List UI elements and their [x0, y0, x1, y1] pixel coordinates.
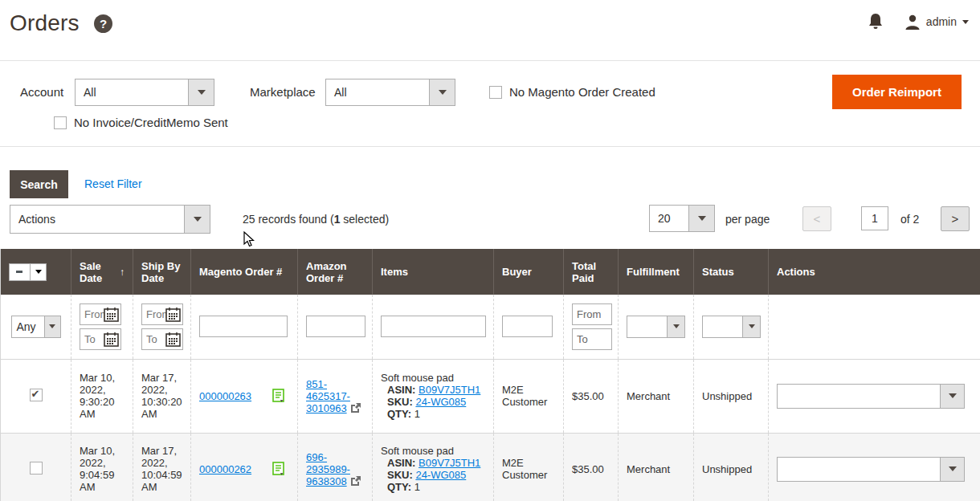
ship-by-from-input[interactable]: [142, 308, 166, 320]
no-magento-order-checkbox[interactable]: [489, 86, 502, 99]
magento-order-filter-input[interactable]: [199, 316, 288, 337]
row-actions-select[interactable]: [777, 457, 965, 482]
fulfillment-cell: Merchant: [619, 359, 694, 433]
items-cell: Soft mouse pad ASIN: B09V7J5TH1 SKU: 24-…: [373, 433, 494, 501]
per-page-label: per page: [725, 213, 770, 226]
no-invoice-label: No Invoice/CreditMemo Sent: [74, 116, 228, 129]
items-filter-input[interactable]: [381, 316, 486, 337]
chevron-down-icon: [940, 458, 964, 481]
grid-filter-row: Any: [1, 295, 980, 359]
help-icon[interactable]: ?: [94, 14, 112, 33]
status-cell: Unshipped: [694, 433, 769, 501]
calendar-icon[interactable]: [104, 307, 119, 322]
fulfillment-filter-select[interactable]: [627, 316, 685, 338]
no-invoice-filter: No Invoice/CreditMemo Sent: [54, 116, 228, 129]
any-filter-value: Any: [12, 316, 44, 337]
massaction-header-cell: [1, 249, 71, 295]
select-all-checkbox[interactable]: [10, 264, 30, 280]
total-paid-to-input[interactable]: [572, 328, 612, 350]
admin-user-menu[interactable]: admin: [904, 14, 969, 30]
buyer-filter-input[interactable]: [502, 316, 553, 337]
massaction-control[interactable]: [9, 263, 47, 281]
col-header-actions: Actions: [769, 249, 980, 295]
no-invoice-checkbox[interactable]: [54, 116, 67, 129]
massaction-dropdown-icon[interactable]: [30, 264, 46, 280]
row-checkbox[interactable]: [30, 462, 43, 475]
order-reimport-button[interactable]: Order Reimport: [832, 75, 962, 109]
status-cell: Unshipped: [694, 359, 769, 433]
mass-actions-value: Actions: [10, 206, 184, 233]
col-header-ship-by-date[interactable]: Ship By Date: [133, 249, 191, 295]
marketplace-select[interactable]: All: [325, 79, 455, 106]
asin-link[interactable]: B09V7J5TH1: [419, 384, 480, 396]
asin-link[interactable]: B09V7J5TH1: [419, 457, 480, 469]
chevron-down-icon: [184, 206, 210, 233]
magento-order-link[interactable]: 000000262: [199, 463, 251, 475]
current-page-input[interactable]: [861, 206, 888, 230]
calendar-icon[interactable]: [165, 332, 181, 347]
sku-link[interactable]: 24-WG085: [415, 469, 466, 481]
item-qty: 1: [414, 408, 420, 420]
col-header-status[interactable]: Status: [694, 249, 769, 295]
total-pages-label: of 2: [900, 213, 919, 226]
total-paid-from-input[interactable]: [572, 303, 612, 325]
col-header-sale-date[interactable]: Sale Date↑: [71, 249, 133, 295]
sale-date-from-input[interactable]: [80, 308, 104, 320]
order-row: Mar 10, 2022, 9:30:20 AM Mar 17, 2022, 1…: [1, 359, 980, 433]
notifications-bell-icon[interactable]: [868, 13, 884, 31]
next-page-button[interactable]: >: [941, 206, 970, 231]
buyer-cell: M2E Customer: [494, 433, 564, 501]
reset-filter-link[interactable]: Reset Filter: [84, 177, 142, 190]
item-qty: 1: [414, 481, 420, 493]
header-actions: admin: [868, 13, 969, 31]
order-filter-panel: Account All Marketplace All No Magento O…: [0, 60, 980, 147]
ship-by-date-cell: Mar 17, 2022, 10:04:59 AM: [133, 433, 191, 501]
account-select[interactable]: All: [75, 79, 214, 106]
col-header-fulfillment[interactable]: Fulfillment: [619, 249, 694, 295]
sku-link[interactable]: 24-WG085: [415, 396, 466, 408]
chevron-down-icon: [940, 385, 964, 408]
calendar-icon[interactable]: [104, 332, 119, 347]
order-row: Mar 10, 2022, 9:04:59 AM Mar 17, 2022, 1…: [1, 433, 980, 501]
external-link-icon[interactable]: [350, 402, 361, 413]
col-header-buyer[interactable]: Buyer: [494, 249, 564, 295]
order-note-icon[interactable]: [272, 462, 286, 477]
mass-actions-select[interactable]: Actions: [10, 205, 210, 234]
page-header: Orders ? admin: [0, 0, 980, 50]
col-header-amazon-order[interactable]: Amazon Order #: [298, 249, 373, 295]
sort-ascending-icon: ↑: [120, 267, 125, 278]
magento-order-link[interactable]: 000000263: [199, 390, 251, 402]
amazon-order-link[interactable]: 851-4625317-3010963: [306, 378, 350, 414]
account-select-value: All: [76, 79, 188, 105]
prev-page-button[interactable]: <: [802, 206, 831, 231]
orders-grid: Sale Date↑ Ship By Date Magento Order # …: [0, 249, 980, 501]
calendar-icon[interactable]: [165, 307, 181, 322]
row-checkbox[interactable]: [30, 389, 43, 401]
chevron-down-icon: [962, 20, 969, 24]
orders-page: Orders ? admin Account All Marketplace: [0, 0, 980, 501]
per-page-select[interactable]: 20: [649, 205, 715, 232]
amazon-order-filter-input[interactable]: [306, 316, 365, 337]
search-button[interactable]: Search: [10, 170, 68, 198]
chevron-down-icon: [188, 79, 214, 105]
col-header-total-paid[interactable]: Total Paid: [564, 249, 619, 295]
ship-by-from-field[interactable]: [141, 303, 183, 325]
item-title: Soft mouse pad: [381, 445, 485, 457]
user-avatar-icon: [904, 14, 921, 30]
chevron-down-icon: [742, 316, 760, 337]
ship-by-to-field[interactable]: [141, 328, 183, 350]
order-note-icon[interactable]: [272, 389, 286, 404]
admin-user-name: admin: [926, 15, 957, 28]
sale-date-to-field[interactable]: [80, 328, 121, 350]
any-filter-select[interactable]: Any: [11, 316, 61, 338]
status-filter-select[interactable]: [702, 316, 761, 338]
external-link-icon[interactable]: [350, 475, 361, 487]
col-header-items[interactable]: Items: [373, 249, 494, 295]
row-actions-select[interactable]: [777, 384, 965, 409]
buyer-cell: M2E Customer: [494, 359, 564, 433]
col-header-magento-order[interactable]: Magento Order #: [191, 249, 298, 295]
sale-date-to-input[interactable]: [80, 333, 104, 345]
sale-date-from-field[interactable]: [80, 303, 121, 325]
ship-by-to-input[interactable]: [142, 333, 166, 345]
amazon-order-link[interactable]: 696-2935989-9638308: [306, 451, 350, 487]
